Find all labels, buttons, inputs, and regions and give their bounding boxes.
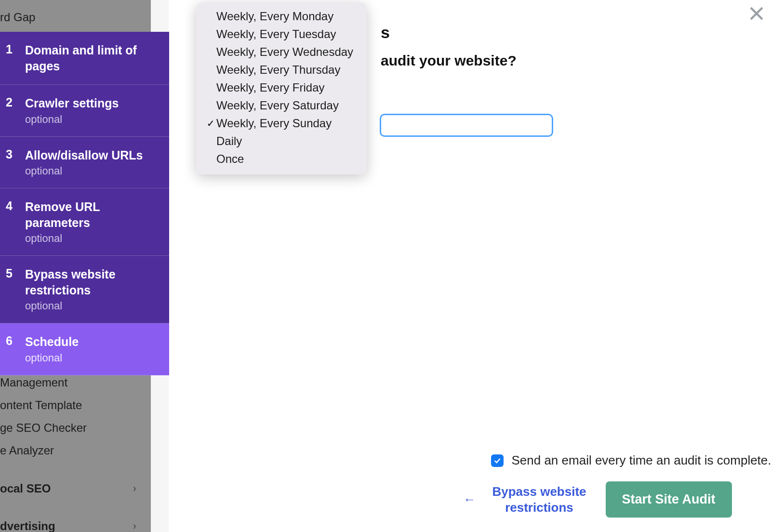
wizard-step-subtitle: optional (25, 300, 158, 312)
schedule-option-label: Weekly, Every Wednesday (215, 45, 353, 59)
wizard-steps-sidebar: 1Domain and limit of pages2Crawler setti… (0, 32, 169, 375)
wizard-step-title: Schedule (25, 334, 79, 350)
wizard-step-title: Domain and limit of pages (25, 42, 158, 74)
schedule-dropdown-menu[interactable]: Weekly, Every MondayWeekly, Every Tuesda… (196, 2, 367, 174)
wizard-step-title: Remove URL parameters (25, 199, 158, 230)
schedule-option-label: Weekly, Every Monday (215, 10, 333, 23)
email-notify-row: Send an email every time an audit is com… (439, 453, 771, 468)
modal-content: s audit your website? (347, 0, 757, 532)
bg-nav-item: ge SEO Checker (0, 416, 151, 439)
schedule-option-label: Weekly, Every Friday (215, 81, 325, 94)
schedule-option[interactable]: Weekly, Every Tuesday (196, 25, 367, 43)
schedule-option-label: Weekly, Every Tuesday (215, 27, 336, 41)
wizard-step-subtitle: optional (25, 165, 143, 177)
schedule-option[interactable]: Weekly, Every Monday (196, 7, 367, 25)
wizard-step-2[interactable]: 2Crawler settingsoptional (0, 85, 169, 137)
wizard-step-number: 2 (6, 95, 13, 126)
email-notify-label: Send an email every time an audit is com… (511, 453, 771, 468)
email-notify-checkbox[interactable] (491, 454, 504, 467)
wizard-step-6[interactable]: 6Scheduleoptional (0, 323, 169, 375)
wizard-step-title: Allow/disallow URLs (25, 147, 143, 163)
schedule-option-label: Once (215, 152, 244, 166)
check-icon (493, 457, 501, 465)
bg-nav-item: e Analyzer (0, 439, 151, 462)
schedule-select[interactable] (380, 114, 553, 137)
schedule-question: audit your website? (381, 53, 737, 69)
wizard-step-number: 5 (6, 266, 13, 312)
wizard-step-3[interactable]: 3Allow/disallow URLsoptional (0, 137, 169, 189)
bg-nav-group-label: dvertising (0, 519, 55, 532)
wizard-step-subtitle: optional (25, 232, 158, 245)
wizard-step-number: 6 (6, 334, 13, 364)
arrow-left-icon: ← (463, 492, 476, 507)
wizard-step-subtitle: optional (25, 352, 79, 364)
schedule-option[interactable]: Weekly, Every Sunday (196, 114, 367, 132)
bg-nav-group-label: ocal SEO (0, 482, 51, 495)
schedule-option-label: Weekly, Every Thursday (215, 63, 340, 77)
modal-actions: ← Bypass websiterestrictions Start Site … (405, 481, 771, 518)
wizard-step-title: Crawler settings (25, 95, 119, 111)
schedule-option[interactable]: Weekly, Every Friday (196, 79, 367, 96)
wizard-step-number: 1 (6, 42, 13, 74)
modal-footer: Send an email every time an audit is com… (371, 453, 757, 518)
bg-nav-group-advertising: dvertising › (0, 515, 151, 532)
check-icon (206, 118, 215, 129)
schedule-option[interactable]: Weekly, Every Saturday (196, 96, 367, 114)
schedule-option-label: Weekly, Every Sunday (215, 117, 332, 130)
back-button-label: Bypass websiterestrictions (492, 484, 586, 515)
schedule-option[interactable]: Daily (196, 132, 367, 150)
wizard-step-number: 4 (6, 199, 13, 245)
bg-nav-item: rd Gap (0, 6, 151, 29)
bg-nav-item: ontent Template (0, 394, 151, 417)
wizard-step-5[interactable]: 5Bypass website restrictionsoptional (0, 256, 169, 323)
chevron-right-icon: › (133, 482, 136, 495)
schedule-option-label: Weekly, Every Saturday (215, 99, 339, 112)
wizard-step-title: Bypass website restrictions (25, 266, 158, 298)
wizard-step-subtitle: optional (25, 113, 119, 126)
schedule-option[interactable]: Weekly, Every Thursday (196, 61, 367, 79)
schedule-option[interactable]: Once (196, 150, 367, 168)
schedule-option-label: Daily (215, 134, 242, 148)
start-site-audit-button[interactable]: Start Site Audit (606, 481, 732, 518)
bg-nav-group-local: ocal SEO › (0, 477, 151, 500)
back-button[interactable]: ← Bypass websiterestrictions (463, 484, 586, 515)
schedule-option[interactable]: Weekly, Every Wednesday (196, 43, 367, 61)
wizard-step-number: 3 (6, 147, 13, 178)
wizard-step-4[interactable]: 4Remove URL parametersoptional (0, 188, 169, 256)
wizard-step-1[interactable]: 1Domain and limit of pages (0, 32, 169, 85)
chevron-right-icon: › (133, 520, 136, 532)
page-title: s (381, 23, 737, 42)
